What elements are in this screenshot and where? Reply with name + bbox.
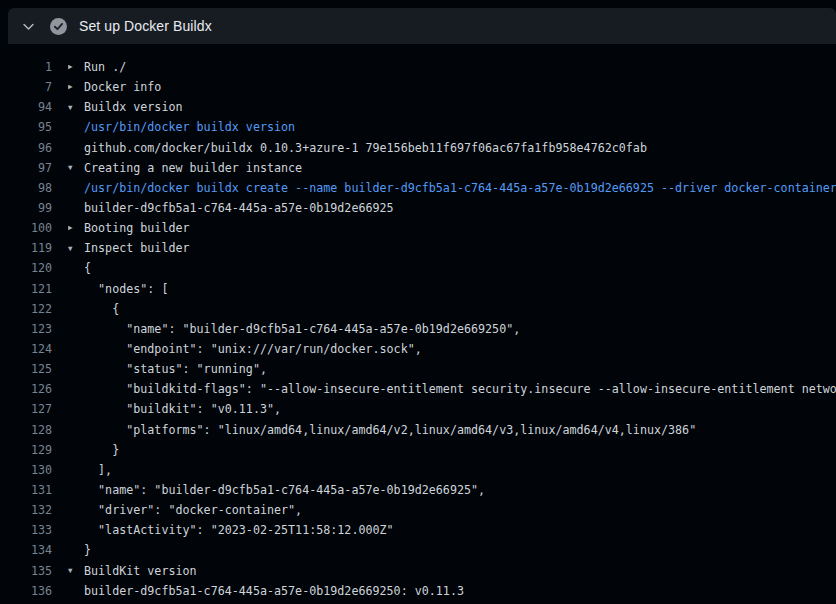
triangle-right-icon: ▶ xyxy=(68,83,84,91)
log-area: 1▶Run ./7▶Docker info94▼Buildx version95… xyxy=(0,44,836,601)
log-line: 133 "lastActivity": "2023-02-25T11:58:12… xyxy=(0,520,836,540)
line-number[interactable]: 130 xyxy=(0,463,52,477)
line-number[interactable]: 121 xyxy=(0,282,52,296)
log-text: builder-d9cfb5a1-c764-445a-a57e-0b19d2e6… xyxy=(84,584,464,598)
log-output-text: { xyxy=(68,261,836,275)
log-line: 98/usr/bin/docker buildx create --name b… xyxy=(0,178,836,198)
log-text: "name": "builder-d9cfb5a1-c764-445a-a57e… xyxy=(84,322,520,336)
log-line: 95/usr/bin/docker buildx version xyxy=(0,117,836,137)
triangle-down-icon: ▼ xyxy=(68,567,84,575)
line-number[interactable]: 134 xyxy=(0,543,52,557)
log-output-text: "nodes": [ xyxy=(68,282,836,296)
triangle-down-icon: ▼ xyxy=(68,104,84,112)
log-line: 1▶Run ./ xyxy=(0,57,836,77)
log-group-toggle[interactable]: ▶Docker info xyxy=(68,80,836,94)
log-output-text: "name": "builder-d9cfb5a1-c764-445a-a57e… xyxy=(68,483,836,497)
triangle-down-icon: ▼ xyxy=(68,245,84,253)
log-line: 134} xyxy=(0,540,836,560)
log-output-text: "buildkitd-flags": "--allow-insecure-ent… xyxy=(68,382,836,396)
chevron-down-icon[interactable] xyxy=(16,14,40,38)
line-number[interactable]: 122 xyxy=(0,302,52,316)
log-line: 130 ], xyxy=(0,460,836,480)
log-line: 99builder-d9cfb5a1-c764-445a-a57e-0b19d2… xyxy=(0,198,836,218)
triangle-down-icon: ▼ xyxy=(68,164,84,172)
line-number[interactable]: 96 xyxy=(0,141,52,155)
log-line: 132 "driver": "docker-container", xyxy=(0,500,836,520)
log-output-text: builder-d9cfb5a1-c764-445a-a57e-0b19d2e6… xyxy=(68,201,836,215)
log-line: 119▼Inspect builder xyxy=(0,238,836,258)
log-output-text: ], xyxy=(68,463,836,477)
group-title: Buildx version xyxy=(84,100,183,114)
line-number[interactable]: 98 xyxy=(0,181,52,195)
line-number[interactable]: 120 xyxy=(0,261,52,275)
log-line: 136builder-d9cfb5a1-c764-445a-a57e-0b19d… xyxy=(0,581,836,601)
log-line: 127 "buildkit": "v0.11.3", xyxy=(0,399,836,419)
group-title: Docker info xyxy=(84,80,161,94)
step-header[interactable]: Set up Docker Buildx xyxy=(8,8,836,44)
triangle-right-icon: ▶ xyxy=(68,63,84,71)
log-text: "nodes": [ xyxy=(84,282,168,296)
log-line: 123 "name": "builder-d9cfb5a1-c764-445a-… xyxy=(0,319,836,339)
log-line: 120{ xyxy=(0,258,836,278)
log-text: } xyxy=(84,543,91,557)
log-output-text: } xyxy=(68,443,836,457)
line-number[interactable]: 119 xyxy=(0,241,52,255)
log-line: 94▼Buildx version xyxy=(0,97,836,117)
log-output-text: builder-d9cfb5a1-c764-445a-a57e-0b19d2e6… xyxy=(68,584,836,598)
line-number[interactable]: 128 xyxy=(0,423,52,437)
log-command-text: /usr/bin/docker buildx version xyxy=(68,120,836,134)
log-text: { xyxy=(84,302,119,316)
line-number[interactable]: 1 xyxy=(0,60,52,74)
log-text: "name": "builder-d9cfb5a1-c764-445a-a57e… xyxy=(84,483,485,497)
log-line: 121 "nodes": [ xyxy=(0,279,836,299)
line-number[interactable]: 136 xyxy=(0,584,52,598)
log-line: 97▼Creating a new builder instance xyxy=(0,158,836,178)
line-number[interactable]: 127 xyxy=(0,402,52,416)
log-group-toggle[interactable]: ▼Creating a new builder instance xyxy=(68,161,836,175)
log-text: "buildkitd-flags": "--allow-insecure-ent… xyxy=(84,382,836,396)
line-number[interactable]: 135 xyxy=(0,564,52,578)
log-line: 7▶Docker info xyxy=(0,77,836,97)
log-text: "lastActivity": "2023-02-25T11:58:12.000… xyxy=(84,523,394,537)
log-output-text: "name": "builder-d9cfb5a1-c764-445a-a57e… xyxy=(68,322,836,336)
line-number[interactable]: 100 xyxy=(0,221,52,235)
line-number[interactable]: 94 xyxy=(0,100,52,114)
line-number[interactable]: 7 xyxy=(0,80,52,94)
log-text: builder-d9cfb5a1-c764-445a-a57e-0b19d2e6… xyxy=(84,201,394,215)
line-number[interactable]: 124 xyxy=(0,342,52,356)
line-number[interactable]: 125 xyxy=(0,362,52,376)
log-line: 131 "name": "builder-d9cfb5a1-c764-445a-… xyxy=(0,480,836,500)
line-number[interactable]: 131 xyxy=(0,483,52,497)
line-number[interactable]: 97 xyxy=(0,161,52,175)
log-group-toggle[interactable]: ▼BuildKit version xyxy=(68,564,836,578)
log-output-text: "status": "running", xyxy=(68,362,836,376)
log-output-text: } xyxy=(68,543,836,557)
log-output-text: "endpoint": "unix:///var/run/docker.sock… xyxy=(68,342,836,356)
log-group-toggle[interactable]: ▼Inspect builder xyxy=(68,241,836,255)
log-text: github.com/docker/buildx 0.10.3+azure-1 … xyxy=(84,141,647,155)
line-number[interactable]: 123 xyxy=(0,322,52,336)
log-group-toggle[interactable]: ▶Booting builder xyxy=(68,221,836,235)
log-text: "driver": "docker-container", xyxy=(84,503,302,517)
log-command-text: /usr/bin/docker buildx create --name bui… xyxy=(68,181,836,195)
line-number[interactable]: 129 xyxy=(0,443,52,457)
log-group-toggle[interactable]: ▶Run ./ xyxy=(68,60,836,74)
log-text: "platforms": "linux/amd64,linux/amd64/v2… xyxy=(84,423,696,437)
log-group-toggle[interactable]: ▼Buildx version xyxy=(68,100,836,114)
log-line: 126 "buildkitd-flags": "--allow-insecure… xyxy=(0,379,836,399)
log-line: 124 "endpoint": "unix:///var/run/docker.… xyxy=(0,339,836,359)
line-number[interactable]: 132 xyxy=(0,503,52,517)
log-text: ], xyxy=(84,463,112,477)
log-output-text: "buildkit": "v0.11.3", xyxy=(68,402,836,416)
log-text: "endpoint": "unix:///var/run/docker.sock… xyxy=(84,342,422,356)
log-output-text: { xyxy=(68,302,836,316)
log-output-text: github.com/docker/buildx 0.10.3+azure-1 … xyxy=(68,141,836,155)
line-number[interactable]: 95 xyxy=(0,120,52,134)
line-number[interactable]: 133 xyxy=(0,523,52,537)
group-title: BuildKit version xyxy=(84,564,197,578)
line-number[interactable]: 126 xyxy=(0,382,52,396)
log-output-text: "platforms": "linux/amd64,linux/amd64/v2… xyxy=(68,423,836,437)
line-number[interactable]: 99 xyxy=(0,201,52,215)
group-title: Booting builder xyxy=(84,221,190,235)
log-output-text: "lastActivity": "2023-02-25T11:58:12.000… xyxy=(68,523,836,537)
